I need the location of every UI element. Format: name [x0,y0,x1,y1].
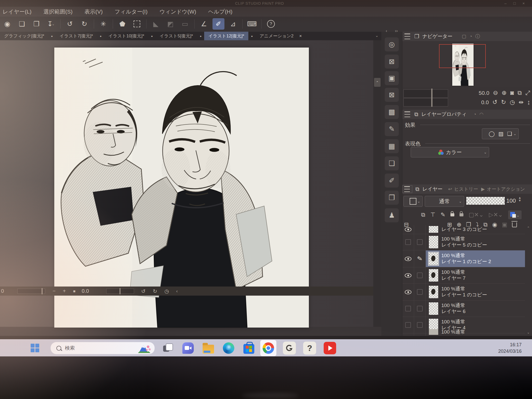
visibility-checkbox[interactable] [405,322,411,328]
menu-view[interactable]: 表示(V) [84,8,103,15]
layer-color-dropdown[interactable]: ⌄ [508,210,522,219]
folder-checker-icon[interactable]: ▦ [385,139,399,153]
microsoft-store-icon[interactable] [242,341,256,355]
navigator-preview[interactable] [402,41,532,87]
layer-row[interactable]: 100 %通常レイヤー 7 [402,267,525,284]
layer-property-tab-icon-1[interactable]: ◔ [474,112,476,117]
layer-row[interactable]: 100 %通常レイヤー 6 [402,301,525,317]
zoom-in-circle-icon[interactable]: ⊕ [502,89,507,96]
nav-zoom-slider[interactable] [403,89,448,98]
folder-settings-icon[interactable]: ❐ [385,191,399,205]
keep-draft-icon[interactable]: ✎ [441,211,445,218]
start-button[interactable] [31,344,39,353]
minimize-button[interactable]: – [504,0,507,7]
dock-expand-icon[interactable]: ›› [395,29,398,33]
layer-row-partial-bottom[interactable]: 100 %通常 [402,328,525,336]
visibility-eye-icon[interactable] [405,273,411,278]
selection-tool-icon-2[interactable]: ◩ [164,18,176,30]
help-icon[interactable]: ? [265,18,277,30]
selection-tool-icon-3[interactable]: ▭ [179,18,191,30]
navigator-tab-icon-3[interactable]: ⓘ [475,33,480,39]
reset-view-icon[interactable]: ↨ [527,99,530,106]
clip-to-layer-icon[interactable]: ⧉ [421,211,425,218]
reset-rotation-icon[interactable]: ◷ [164,288,169,294]
folder-pen-icon[interactable]: ✐ [385,174,399,188]
layer-scroll-up-icon[interactable]: ⌃ [526,226,531,230]
dock-collapse-icon[interactable]: ‹ [386,29,387,33]
clip-studio-logo-icon[interactable]: ◉ [1,18,13,30]
navigator-menu-icon[interactable] [402,33,411,40]
clip-studio-icon[interactable] [282,341,297,355]
visibility-eye-icon[interactable] [405,290,411,294]
person-icon[interactable]: ♟ [385,208,399,222]
chevron-down-icon[interactable]: ⌄ [484,150,487,154]
rotation-slider[interactable] [106,289,134,294]
new-file-icon[interactable]: ❏ [16,18,28,30]
layer-property-tab-icon-2[interactable]: ◠ [479,111,483,117]
frame-border-tool-icon[interactable] [131,18,143,30]
menu-selection[interactable]: 選択範囲(S) [43,8,72,15]
palette-color-dropdown[interactable]: ⌄ [403,196,423,207]
undo-icon[interactable]: ↺ [64,18,76,30]
layer-row-partial-top[interactable]: レイヤー 3 のコピー [402,225,525,234]
menu-help[interactable]: ヘルプ(H) [208,8,232,15]
folder-plain-icon[interactable]: ❏ [385,156,399,170]
open-file-icon[interactable]: ❐ [30,18,42,30]
layer-palette-menu-icon[interactable] [402,185,412,193]
search-box[interactable]: 検索 [50,342,155,354]
effect-tone-icon[interactable]: ▨ [498,131,503,137]
opacity-spinner[interactable]: ▲▼ [518,196,521,202]
snap-special-ruler-icon[interactable]: ✐ [212,18,224,30]
menu-layer[interactable]: レイヤー(L) [3,8,31,15]
tab-graphic[interactable]: グラフィック[復元]* [0,32,48,40]
selection-tool-icon-1[interactable]: ◣ [150,18,162,30]
expression-color-dropdown[interactable]: カラー ⌄ [411,147,489,157]
rotate-cw-icon[interactable]: ↻ [153,288,157,294]
tab-animation2[interactable]: アニメーション2 × [255,32,306,40]
lock-transparent-icon[interactable] [460,213,463,216]
lock-layer-icon[interactable] [450,213,454,216]
rotate-ccw-icon[interactable]: ↺ [141,288,146,294]
youtube-icon[interactable] [323,341,337,355]
zoom-out-circle-icon[interactable]: ⊖ [493,89,498,96]
chat-icon[interactable] [181,341,195,355]
visibility-eye-icon[interactable] [405,227,411,232]
menu-filter[interactable]: フィルター(I) [115,8,148,15]
edit-checkbox[interactable] [417,272,423,278]
layer-row[interactable]: 100 %通常レイヤー 1 のコピー [402,284,525,301]
snap-ruler-icon[interactable]: ∠ [198,18,210,30]
save-file-icon[interactable]: ↧⌄ [45,18,57,30]
navigator-view-frame[interactable] [439,44,486,68]
task-view-button[interactable] [161,341,175,355]
flip-horizontal-icon[interactable]: ⇹ [518,99,523,106]
zoom-reset-icon[interactable]: ◎ [385,37,399,51]
resize-icon[interactable]: ⤢ [526,89,530,96]
tab-illust10[interactable]: イラスト10[復元]* [104,32,149,40]
fuji-highlight-image[interactable] [137,343,151,355]
effect-copy-icon[interactable]: ❏ [507,131,512,137]
fill-tool-icon[interactable]: ⬟ [116,18,128,30]
edit-checkbox[interactable] [417,322,423,328]
maximize-button[interactable]: □ [513,0,516,7]
taskbar-clock[interactable]: 16:17 2024/03/16 [498,342,522,355]
chrome-icon-active[interactable] [260,340,276,356]
close-button[interactable]: × [522,0,525,7]
folder-tone-icon[interactable]: ▩ [385,105,399,119]
tab-illust12-active[interactable]: イラスト12[復元]* [204,32,249,40]
history-tab[interactable]: ↩ ヒストリー [448,186,478,192]
zoom-slider[interactable] [17,289,45,294]
opacity-slider[interactable] [466,197,505,205]
autoaction-tab[interactable]: ▶ オートアクション [481,186,525,192]
layer-tab[interactable]: レイヤー [422,186,442,192]
folder-close-x-icon[interactable]: ⊠ [385,55,399,69]
chevron-down-icon[interactable]: ⌄ [513,132,516,136]
effect-border-icon[interactable]: ◯ [489,131,495,137]
rotate-ccw-icon[interactable]: ↺ [493,99,497,106]
shortcut-keyboard-icon[interactable]: ⌨ [246,18,258,30]
tab-illust7[interactable]: イラスト7[復元]* [55,32,97,40]
collapse-chevron-icon[interactable]: ‹ [176,289,178,294]
zoom-out-button[interactable]: − [52,288,56,294]
snap-grid-icon[interactable]: ⊿ [227,18,239,30]
canvas-vertical-scrollbar[interactable]: ⌃ [373,40,381,327]
canvas-area[interactable] [0,40,373,327]
